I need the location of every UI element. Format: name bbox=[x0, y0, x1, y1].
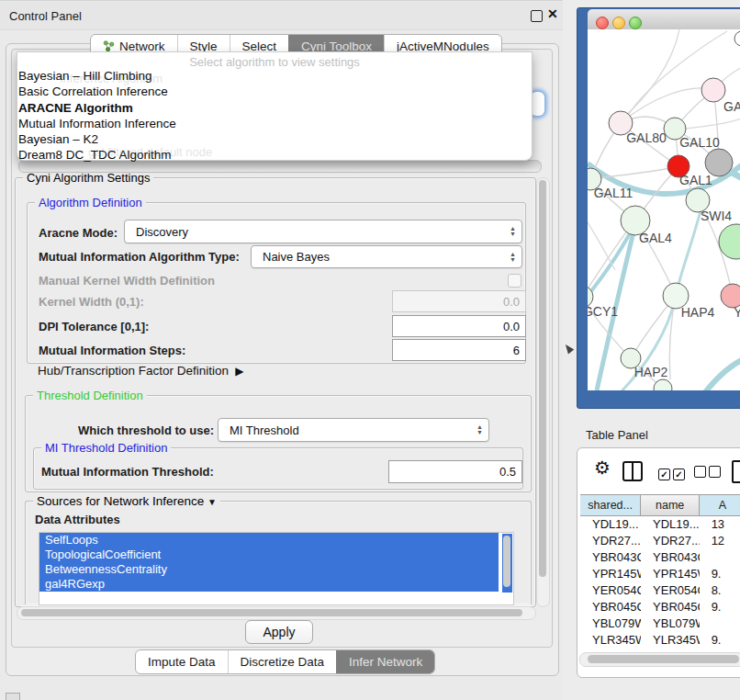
attribute-item-selected[interactable]: gal4RGexp bbox=[39, 577, 499, 592]
algorithm-option[interactable]: Mutual Information Inference bbox=[17, 116, 532, 131]
table-row[interactable]: YDR27...YDR27...12 bbox=[580, 533, 740, 549]
algorithm-definition-group: Algorithm Definition Aracne Mode: Discov… bbox=[27, 202, 526, 364]
unchecked-checkboxes-icon[interactable] bbox=[694, 465, 723, 481]
close-icon[interactable]: ✕ bbox=[547, 6, 558, 21]
table-horizontal-scrollbar[interactable] bbox=[579, 652, 740, 667]
tab-label: Infer Network bbox=[349, 655, 422, 669]
settings-horizontal-scrollbar[interactable] bbox=[17, 606, 536, 620]
mi-type-label: Mutual Information Algorithm Type: bbox=[39, 250, 240, 264]
threshold-definition-group: Threshold Definition Which threshold to … bbox=[25, 395, 532, 492]
sources-expander[interactable]: Sources for Network Inference ▼ bbox=[33, 494, 220, 508]
table-cell bbox=[700, 615, 740, 632]
table-cell: YBR045C bbox=[580, 599, 641, 615]
network-node[interactable] bbox=[705, 149, 733, 176]
table-cell: YBL079W bbox=[580, 615, 641, 632]
expand-arrow-icon: ▶ bbox=[232, 365, 244, 378]
split-columns-icon[interactable] bbox=[622, 461, 643, 481]
tab-label: Impute Data bbox=[148, 655, 216, 669]
tab-discretize-data[interactable]: Discretize Data bbox=[228, 650, 337, 673]
column-header[interactable]: shared... bbox=[580, 495, 641, 515]
collapse-arrow-icon: ▼ bbox=[207, 497, 217, 507]
node-label: HAP2 bbox=[634, 365, 668, 379]
settings-vertical-scrollbar[interactable] bbox=[536, 177, 550, 607]
algorithm-list: Bayesian – Hill ClimbingBasic Correlatio… bbox=[17, 68, 532, 164]
which-threshold-select[interactable]: MI Threshold ▲▼ bbox=[218, 418, 489, 442]
mi-algorithm-type-select[interactable]: Naive Bayes ▲▼ bbox=[251, 245, 522, 268]
table-row[interactable]: YBR045CYBR045C9. bbox=[580, 599, 740, 615]
table-panel: ⚙ ✓✓ shared...nameA YDL19...YDL19...13YD… bbox=[577, 447, 740, 678]
collapsed-panel-handle[interactable] bbox=[6, 693, 20, 700]
network-node-gal[interactable] bbox=[701, 78, 725, 102]
group-title: MI Threshold Definition bbox=[41, 441, 171, 455]
control-panel-titlebar: Control Panel ✕ bbox=[0, 2, 563, 30]
table-cell: YBR043C bbox=[580, 549, 641, 566]
kernel-width-field[interactable]: 0.0 bbox=[392, 290, 526, 312]
dpi-tolerance-field[interactable]: 0.0 bbox=[392, 315, 526, 337]
table-row[interactable]: YPR145WYPR145W9. bbox=[580, 566, 740, 582]
sources-group: Sources for Network Inference ▼ Data Att… bbox=[25, 501, 532, 604]
network-window-titlebar[interactable] bbox=[588, 9, 740, 30]
scrollbar-thumb[interactable] bbox=[588, 655, 739, 663]
group-title: Cyni Algorithm Settings bbox=[23, 171, 153, 185]
network-node[interactable] bbox=[734, 31, 740, 46]
attribute-item-selected[interactable]: SelfLoops bbox=[39, 533, 499, 548]
node-label: GAL11 bbox=[594, 186, 633, 200]
list-scrollbar[interactable] bbox=[502, 534, 512, 593]
attribute-item-selected[interactable]: TopologicalCoefficient bbox=[39, 548, 499, 562]
group-title: Threshold Definition bbox=[33, 389, 147, 402]
table-cell: YDL19... bbox=[580, 516, 641, 533]
table-cell: YBL079W bbox=[641, 615, 700, 632]
network-node[interactable] bbox=[654, 379, 672, 390]
zoom-traffic-light[interactable] bbox=[629, 17, 642, 29]
algorithm-option[interactable]: ARACNE Algorithm bbox=[17, 100, 532, 116]
tab-infer-network[interactable]: Infer Network bbox=[336, 650, 434, 673]
mi-type-value: Naive Bayes bbox=[263, 250, 330, 264]
stepper-icon: ▲▼ bbox=[510, 246, 516, 267]
mi-threshold-group: MI Threshold Definition Mutual Informati… bbox=[33, 447, 523, 490]
mi-steps-field[interactable]: 6 bbox=[392, 339, 526, 361]
scrollbar-thumb[interactable] bbox=[539, 180, 546, 577]
table-cell: 13 bbox=[700, 516, 740, 533]
table-row[interactable]: YDL19...YDL19...13 bbox=[580, 516, 740, 533]
algorithm-dropdown-popup: Inference Algorithm gal filtered default… bbox=[17, 51, 533, 161]
table-cell: YPR145W bbox=[641, 566, 700, 582]
table-row[interactable]: YLR345WYLR345W9. bbox=[580, 632, 740, 649]
column-header[interactable]: A bbox=[700, 495, 740, 515]
table-cell: YDR27... bbox=[580, 533, 641, 549]
sources-title: Sources for Network Inference bbox=[37, 494, 204, 508]
column-header[interactable]: name bbox=[641, 495, 700, 515]
algorithm-option[interactable]: Basic Correlation Inference bbox=[17, 84, 532, 99]
document-icon[interactable] bbox=[732, 460, 740, 483]
table-cell: YBR043C bbox=[641, 549, 700, 566]
table-cell: 9. bbox=[700, 599, 740, 615]
float-window-icon[interactable] bbox=[531, 10, 543, 22]
manual-kernel-checkbox[interactable] bbox=[508, 274, 521, 288]
hub-definition-expander[interactable]: Hub/Transcription Factor Definition ▶ bbox=[38, 364, 243, 378]
stepper-icon: ▲▼ bbox=[510, 220, 516, 243]
attribute-item-selected[interactable]: BetweennessCentrality bbox=[39, 562, 499, 577]
algorithm-option[interactable]: Bayesian – Hill Climbing bbox=[17, 68, 532, 84]
algorithm-option[interactable]: Dream8 DC_TDC Algorithm bbox=[17, 147, 532, 163]
gear-icon[interactable]: ⚙ bbox=[594, 457, 611, 479]
table-row[interactable]: YBL079WYBL079W bbox=[580, 615, 740, 632]
table-cell: YDR27... bbox=[641, 533, 700, 549]
network-canvas[interactable]: GALGAL80GAL10GAL1GAL11SWI4GAL4GCY1HAP4YH… bbox=[588, 29, 740, 390]
group-title: Algorithm Definition bbox=[35, 196, 146, 209]
aracne-mode-select[interactable]: Discovery ▲▼ bbox=[124, 220, 522, 243]
aracne-mode-value: Discovery bbox=[136, 225, 188, 239]
mouse-cursor bbox=[563, 343, 574, 355]
table-cell: YBR045C bbox=[641, 599, 700, 615]
minimize-traffic-light[interactable] bbox=[612, 17, 625, 29]
mi-threshold-field[interactable]: 0.5 bbox=[388, 460, 522, 483]
table-row[interactable]: YBR043CYBR043C bbox=[580, 549, 740, 566]
dropdown-placeholder: Select algorithm to view settings bbox=[17, 55, 532, 69]
table-row[interactable]: YER054CYER054C8. bbox=[580, 582, 740, 599]
tab-impute-data[interactable]: Impute Data bbox=[136, 650, 228, 673]
apply-button[interactable]: Apply bbox=[245, 620, 313, 644]
scrollbar-thumb[interactable] bbox=[21, 609, 522, 616]
manual-kernel-label: Manual Kernel Width Definition bbox=[39, 274, 215, 288]
table-cell: YPR145W bbox=[580, 566, 641, 582]
checked-checkboxes-icon[interactable]: ✓✓ bbox=[658, 465, 688, 481]
algorithm-option[interactable]: Bayesian – K2 bbox=[17, 131, 532, 147]
close-traffic-light[interactable] bbox=[596, 17, 609, 29]
